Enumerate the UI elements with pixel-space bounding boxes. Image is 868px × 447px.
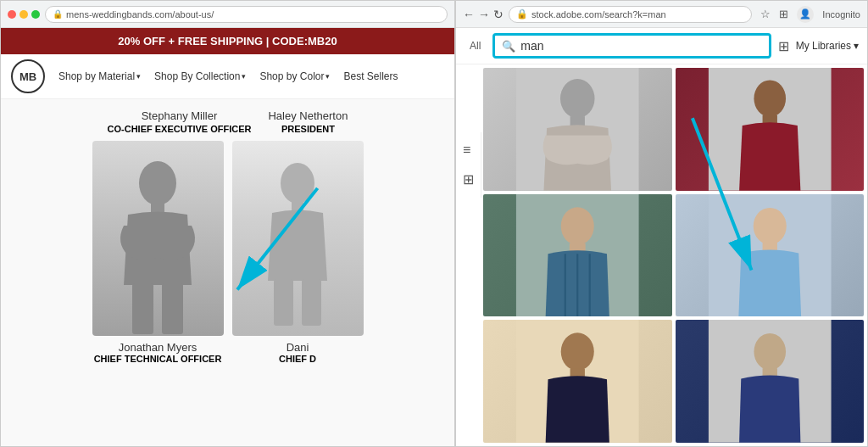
stephany-title: CO-CHIEF EXECUTIVE OFFICER [108, 124, 252, 134]
promo-text: 20% OFF + FREE SHIPPING | CODE:MB20 [118, 35, 337, 47]
right-browser: ← → ↻ 🔒 stock.adobe.com/search?k=man ☆ ⊞… [455, 0, 868, 447]
adobe-toolbar: All 🔍 man ⊞ My Libraries ▾ [456, 28, 867, 64]
lock-icon: 🔒 [53, 9, 63, 19]
nav-shop-collection[interactable]: Shop By Collection ▾ [149, 67, 251, 86]
stock-photo-6[interactable] [676, 320, 865, 443]
photo-4-svg [676, 194, 865, 317]
forward-icon[interactable]: → [478, 8, 490, 21]
jonathan-title-bottom: CHIEF TECHNICAL OFFICER [94, 354, 222, 364]
nav-bar: MB Shop by Material ▾ Shop By Collection… [1, 54, 454, 99]
svg-point-4 [281, 163, 314, 204]
all-filter-btn[interactable]: All [465, 37, 486, 54]
nav-shop-color-label: Shop by Color [259, 70, 324, 82]
svg-rect-3 [162, 283, 183, 334]
chevron-down-icon: ▾ [326, 72, 330, 81]
officer-haley: Haley Netherton PRESIDENT [268, 109, 348, 134]
search-icon: 🔍 [502, 40, 515, 53]
reload-icon[interactable]: ↻ [493, 8, 504, 21]
photo-1-svg [483, 68, 672, 191]
left-browser: 🔒 mens-weddingbands.com/about-us/ 20% OF… [0, 0, 455, 447]
svg-rect-6 [274, 279, 293, 326]
adobe-sidebar: ≡ ⊞ [456, 132, 481, 198]
nav-shop-material[interactable]: Shop by Material ▾ [53, 67, 146, 86]
right-address-bar[interactable]: 🔒 stock.adobe.com/search?k=man [509, 6, 752, 23]
svg-point-0 [139, 161, 176, 205]
photos-row: Jonathan Myers CHIEF TECHNICAL OFFICER D… [1, 134, 454, 371]
filter-sidebar-icon[interactable]: ≡ [459, 139, 477, 161]
grid-sidebar-icon[interactable]: ⊞ [459, 168, 477, 191]
jonathan-photo [92, 141, 224, 336]
nav-links: Shop by Material ▾ Shop By Collection ▾ … [53, 67, 403, 86]
svg-point-11 [560, 79, 595, 118]
minimize-dot[interactable] [19, 10, 28, 19]
extensions-icon[interactable]: ⊞ [779, 8, 788, 20]
svg-point-23 [753, 208, 786, 244]
stock-photo-4[interactable] [676, 194, 865, 317]
person-silhouette-2 [247, 158, 348, 336]
stock-photo-5[interactable] [483, 320, 672, 443]
photo-5-svg [483, 320, 672, 443]
nav-best-sellers-label: Best Sellers [343, 70, 398, 82]
close-dot[interactable] [8, 10, 16, 19]
person-card-jonathan: Jonathan Myers CHIEF TECHNICAL OFFICER [92, 141, 224, 364]
dani-title-bottom: CHIEF D [279, 354, 316, 364]
browser-nav-icons: ← → ↻ [463, 8, 504, 21]
profile-icon[interactable]: 👤 [797, 6, 814, 23]
jonathan-name-bottom: Jonathan Myers [119, 341, 198, 354]
people-section: Stephany Miller CO-CHIEF EXECUTIVE OFFIC… [1, 99, 454, 446]
stock-photo-3[interactable] [483, 194, 672, 317]
svg-point-29 [754, 333, 786, 370]
haley-title: PRESIDENT [268, 124, 348, 134]
nav-best-sellers[interactable]: Best Sellers [338, 67, 403, 86]
officer-stephany: Stephany Miller CO-CHIEF EXECUTIVE OFFIC… [108, 109, 252, 134]
person-silhouette [107, 158, 209, 336]
search-box[interactable]: 🔍 man [492, 33, 771, 59]
right-browser-bar: ← → ↻ 🔒 stock.adobe.com/search?k=man ☆ ⊞… [456, 1, 867, 28]
chevron-down-icon: ▾ [854, 40, 859, 52]
shield-icon: 🔒 [516, 8, 528, 20]
nav-shop-color[interactable]: Shop by Color ▾ [254, 67, 335, 86]
photos-grid [456, 64, 867, 446]
chevron-down-icon: ▾ [136, 72, 141, 81]
stock-photo-2[interactable] [676, 68, 865, 191]
left-address-bar[interactable]: 🔒 mens-weddingbands.com/about-us/ [45, 6, 448, 23]
stephany-name: Stephany Miller [108, 109, 252, 122]
left-url: mens-weddingbands.com/about-us/ [66, 9, 214, 20]
search-input[interactable]: man [520, 39, 543, 53]
svg-rect-2 [132, 283, 153, 334]
dani-name-bottom: Dani [287, 341, 309, 354]
maximize-dot[interactable] [31, 10, 40, 19]
photo-2-svg [676, 68, 865, 191]
officers-top-row: Stephany Miller CO-CHIEF EXECUTIVE OFFIC… [1, 99, 454, 134]
svg-rect-7 [302, 279, 321, 326]
my-libraries-btn[interactable]: My Libraries ▾ [796, 40, 859, 52]
window-controls [8, 10, 40, 19]
logo-text: MB [19, 70, 36, 83]
haley-name: Haley Netherton [268, 109, 348, 122]
person-card-dani: Dani CHIEF D [232, 141, 364, 364]
svg-point-14 [754, 80, 786, 116]
chevron-down-icon: ▾ [242, 72, 246, 81]
svg-point-26 [561, 333, 594, 372]
nav-shop-collection-label: Shop By Collection [154, 70, 240, 82]
photo-3-svg [483, 194, 672, 317]
incognito-label: Incognito [822, 9, 860, 20]
nav-shop-material-label: Shop by Material [58, 70, 135, 82]
stock-photo-1[interactable] [483, 68, 672, 191]
bookmark-icon[interactable]: ☆ [760, 8, 771, 20]
back-icon[interactable]: ← [463, 8, 475, 21]
logo: MB [11, 59, 45, 93]
filter-icon[interactable]: ⊞ [778, 38, 789, 54]
my-libraries-label: My Libraries [796, 40, 851, 52]
right-url: stock.adobe.com/search?k=man [531, 9, 666, 20]
left-browser-bar: 🔒 mens-weddingbands.com/about-us/ [1, 1, 454, 28]
dani-photo [232, 141, 364, 336]
promo-bar: 20% OFF + FREE SHIPPING | CODE:MB20 [1, 28, 454, 54]
photo-6-svg [676, 320, 865, 443]
svg-point-17 [561, 207, 594, 245]
